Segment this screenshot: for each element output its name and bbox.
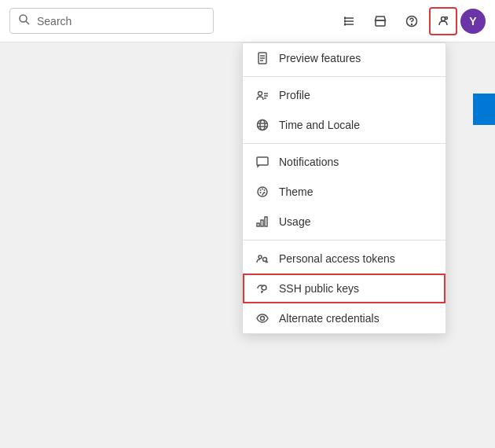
help-icon-button[interactable] [398,7,426,35]
store-icon-button[interactable] [366,7,394,35]
svg-point-39 [258,255,262,259]
menu-label-preview-features: Preview features [279,52,361,64]
user-settings-icon-button[interactable] [429,7,457,35]
menu-label-theme: Theme [279,185,314,198]
svg-rect-38 [265,217,267,226]
search-icon [18,13,31,28]
menu-item-notifications[interactable]: Notifications [243,147,446,177]
search-label: Search [37,15,72,28]
menu-label-personal-access-tokens: Personal access tokens [279,252,395,265]
menu-label-usage: Usage [279,215,310,228]
menu-item-preview-features[interactable]: Preview features [243,43,446,73]
svg-rect-37 [261,220,263,226]
svg-point-10 [412,24,412,24]
menu-item-alternate-credentials[interactable]: Alternate credentials [243,303,446,333]
svg-point-26 [260,120,265,130]
topbar-icons: Y [335,7,486,35]
paint-icon [255,185,270,199]
menu-item-profile[interactable]: Profile [243,80,446,110]
person-key-icon [255,252,270,266]
menu-item-ssh-public-keys[interactable]: SSH public keys [243,274,446,303]
profile-icon [255,88,270,102]
menu-label-alternate-credentials: Alternate credentials [279,312,380,325]
menu-label-ssh-public-keys: SSH public keys [279,282,359,295]
background-blue-button [473,94,495,125]
topbar: Search [0,0,495,42]
menu-item-personal-access-tokens[interactable]: Personal access tokens [243,244,446,274]
list-icon-button[interactable] [335,7,363,35]
svg-line-1 [26,21,29,24]
svg-point-31 [260,189,262,191]
svg-rect-36 [257,223,259,226]
document-icon [255,51,270,65]
menu-item-theme[interactable]: Theme [243,177,446,207]
svg-line-42 [266,262,267,263]
main-content: Preview features Profile [0,42,495,448]
svg-point-25 [258,120,268,130]
search-box[interactable]: Search [9,8,214,34]
svg-point-21 [258,92,262,96]
svg-point-11 [442,17,446,20]
svg-point-46 [261,317,265,321]
svg-point-32 [262,189,263,190]
divider-2 [243,143,446,144]
svg-point-35 [260,192,262,193]
svg-rect-29 [257,157,268,165]
menu-label-notifications: Notifications [279,156,339,168]
chart-icon [255,215,270,229]
svg-point-43 [262,285,266,290]
divider-1 [243,76,446,77]
avatar[interactable]: Y [460,9,486,34]
svg-point-0 [20,15,27,22]
menu-label-time-locale: Time and Locale [279,119,360,131]
svg-rect-8 [376,20,385,26]
menu-label-profile: Profile [279,89,310,101]
eye-icon [255,311,270,325]
ssh-icon [255,281,270,296]
user-dropdown-menu: Preview features Profile [242,42,446,334]
svg-point-33 [264,189,266,191]
menu-item-time-locale[interactable]: Time and Locale [243,110,446,140]
svg-point-40 [263,258,267,262]
menu-item-usage[interactable]: Usage [243,207,446,237]
divider-3 [243,240,446,241]
chat-icon [255,155,270,169]
globe-icon [255,118,270,132]
